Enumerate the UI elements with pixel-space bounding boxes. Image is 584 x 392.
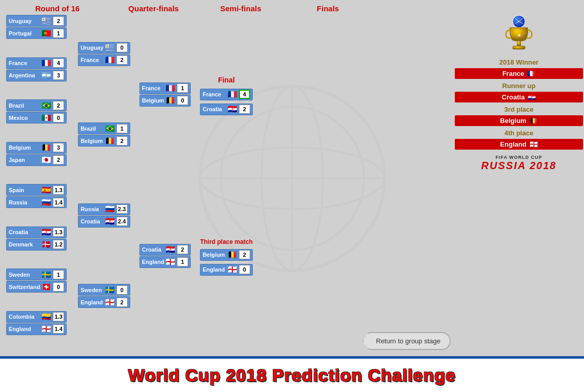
- header-qf: Quarter-finals: [109, 4, 198, 13]
- runner-up-label: Runner up: [455, 82, 583, 90]
- fourth-place-name: England: [500, 140, 526, 148]
- r16-pair-8: Colombia 🇨🇴 1.3 England 🏴󠁧󠁢󠁥󠁮󠁧󠁿 1.4: [6, 311, 67, 336]
- runner-up-flag: 🇭🇷: [528, 93, 536, 101]
- r16-belgium: Belgium 🇧🇪 3: [6, 142, 67, 154]
- trophy-container: ★: [455, 14, 583, 55]
- r16-russia: Russia 🇷🇺 1.4: [6, 196, 67, 208]
- r16-pair-6: Croatia 🇭🇷 1.3 Denmark 🇩🇰 1.2: [6, 226, 67, 251]
- r16-portugal: Portugal 🇵🇹 1: [6, 27, 67, 39]
- r16-france: France 🇫🇷 4: [6, 57, 67, 69]
- final-france: France 🇫🇷 4: [200, 89, 253, 100]
- fifa-text: FIFA WORLD CUP: [455, 155, 583, 160]
- qf-croatia: Croatia 🇭🇷 2.4: [78, 216, 130, 228]
- svg-text:★: ★: [516, 32, 521, 38]
- sf-croatia: Croatia 🇭🇷 2: [139, 244, 191, 256]
- fifa-logo-area: FIFA WORLD CUP RUSSIA 2018: [455, 155, 583, 172]
- header-sf: Semi-finals: [198, 4, 283, 13]
- r16-england: England 🏴󠁧󠁢󠁥󠁮󠁧󠁿 1.4: [6, 323, 67, 335]
- r16-spain: Spain 🇪🇸 1.3: [6, 184, 67, 196]
- bracket-main: Uruguay 🇺🇾 2 Portugal 🇵🇹 1: [6, 14, 578, 337]
- return-to-group-button[interactable]: Return to group stage: [363, 332, 451, 350]
- column-headers: Round of 16 Quarter-finals Semi-finals F…: [6, 4, 452, 13]
- qf-uruguay: Uruguay 🇺🇾 0: [78, 42, 130, 54]
- third-place-result-label: 3rd place: [455, 106, 583, 113]
- content-layer: Round of 16 Quarter-finals Semi-finals F…: [0, 0, 584, 356]
- final-label: Final: [200, 76, 253, 84]
- r16-argentina: Argentina 🇦🇷 3: [6, 70, 67, 81]
- russia-2018-text: RUSSIA 2018: [455, 160, 583, 172]
- fourth-flag: 🏴󠁧󠁢󠁥󠁮󠁧󠁿: [530, 140, 538, 148]
- qf-column: Uruguay 🇺🇾 0 France 🇫🇷 2 Brazil: [67, 14, 130, 337]
- sf-belgium: Belgium 🇧🇪 0: [139, 95, 191, 107]
- main-container: Round of 16 Quarter-finals Semi-finals F…: [0, 0, 584, 392]
- svg-rect-8: [513, 46, 525, 49]
- r16-denmark: Denmark 🇩🇰 1.2: [6, 239, 67, 251]
- qf-france: France 🇫🇷 2: [78, 54, 130, 66]
- r16-sweden: Sweden 🇸🇪 1: [6, 269, 67, 280]
- bracket-section: Round of 16 Quarter-finals Semi-finals F…: [0, 0, 584, 356]
- third-place-name: Belgium: [500, 117, 526, 125]
- third-place-box: Belgium 🇧🇪: [455, 115, 583, 126]
- return-button-container: Return to group stage: [363, 332, 451, 350]
- r16-pair-7: Sweden 🇸🇪 1 Switzerland 🇨🇭 0: [6, 268, 67, 293]
- winner-box: France 🇫🇷: [455, 68, 583, 79]
- r16-mexico: Mexico 🇲🇽 0: [6, 112, 67, 123]
- qf-sweden: Sweden 🇸🇪 0: [78, 284, 130, 296]
- final-croatia: Croatia 🇭🇷 2: [200, 104, 253, 115]
- trophy-icon: ★: [500, 14, 538, 55]
- r16-pair-5: Spain 🇪🇸 1.3 Russia 🇷🇺 1.4: [6, 183, 67, 209]
- sf-pair-2: Croatia 🇭🇷 2 England 🏴󠁧󠁢󠁥󠁮󠁧󠁿 1: [139, 243, 191, 269]
- sf-france: France 🇫🇷 1: [139, 82, 191, 94]
- qf-belgium: Belgium 🇧🇪 2: [78, 135, 130, 147]
- final-section: Final France 🇫🇷 4 Croatia 🇭🇷 2: [200, 76, 253, 116]
- runner-up-name: Croatia: [502, 93, 525, 101]
- finals-column: Final France 🇫🇷 4 Croatia 🇭🇷 2: [191, 14, 253, 337]
- sf-england: England 🏴󠁧󠁢󠁥󠁮󠁧󠁿 1: [139, 256, 191, 268]
- r16-croatia: Croatia 🇭🇷 1.3: [6, 226, 67, 238]
- r16-column: Uruguay 🇺🇾 2 Portugal 🇵🇹 1: [6, 14, 67, 337]
- qf-pair-1: Uruguay 🇺🇾 0 France 🇫🇷 2: [78, 42, 130, 67]
- third-place-section: Third place match Belgium 🇧🇪 2 England 🏴…: [200, 238, 253, 276]
- r16-switzerland: Switzerland 🇨🇭 0: [6, 281, 67, 293]
- qf-england: England 🏴󠁧󠁢󠁥󠁮󠁧󠁿 2: [78, 296, 130, 308]
- winner-year-label: 2018 Winner: [455, 58, 583, 66]
- r16-pair-1: Uruguay 🇺🇾 2 Portugal 🇵🇹 1: [6, 14, 67, 39]
- fourth-place-label: 4th place: [455, 129, 583, 137]
- winner-flag: 🇫🇷: [527, 70, 535, 77]
- fourth-place-box: England 🏴󠁧󠁢󠁥󠁮󠁧󠁿: [455, 139, 583, 150]
- sf-column: France 🇫🇷 1 Belgium 🇧🇪 0 Croatia: [130, 14, 191, 337]
- r16-pair-2: France 🇫🇷 4 Argentina 🇦🇷 3: [6, 57, 67, 82]
- sf-pair-1: France 🇫🇷 1 Belgium 🇧🇪 0: [139, 82, 191, 107]
- r16-brazil: Brazil 🇧🇷 2: [6, 99, 67, 111]
- footer-title: World Cup 2018 Prediction Challenge: [128, 365, 456, 385]
- qf-pair-4: Sweden 🇸🇪 0 England 🏴󠁧󠁢󠁥󠁮󠁧󠁿 2: [78, 283, 130, 308]
- r16-colombia: Colombia 🇨🇴 1.3: [6, 311, 67, 323]
- results-panel: ★ 2018 Winner France 🇫🇷 Runner up Croati…: [455, 14, 583, 172]
- qf-russia: Russia 🇷🇺 2.3: [78, 203, 130, 215]
- header-finals: Finals: [283, 4, 373, 13]
- runner-up-box: Croatia 🇭🇷: [455, 92, 583, 102]
- qf-pair-2: Brazil 🇧🇷 1 Belgium 🇧🇪 2: [78, 122, 130, 147]
- third-belgium: Belgium 🇧🇪 2: [200, 249, 253, 261]
- r16-pair-3: Brazil 🇧🇷 2 Mexico 🇲🇽 0: [6, 99, 67, 124]
- r16-japan: Japan 🇯🇵 2: [6, 154, 67, 166]
- qf-pair-3: Russia 🇷🇺 2.3 Croatia 🇭🇷 2.4: [78, 203, 130, 228]
- r16-uruguay: Uruguay 🇺🇾 2: [6, 15, 67, 27]
- qf-brazil: Brazil 🇧🇷 1: [78, 122, 130, 134]
- header-r16: Round of 16: [6, 4, 109, 13]
- r16-pair-4: Belgium 🇧🇪 3 Japan 🇯🇵 2: [6, 141, 67, 167]
- svg-rect-7: [517, 41, 521, 46]
- third-flag: 🇧🇪: [530, 117, 538, 125]
- footer-banner: World Cup 2018 Prediction Challenge: [0, 356, 584, 392]
- third-place-label: Third place match: [200, 238, 253, 245]
- third-england: England 🏴󠁧󠁢󠁥󠁮󠁧󠁿 0: [200, 264, 253, 276]
- winner-name: France: [502, 70, 525, 77]
